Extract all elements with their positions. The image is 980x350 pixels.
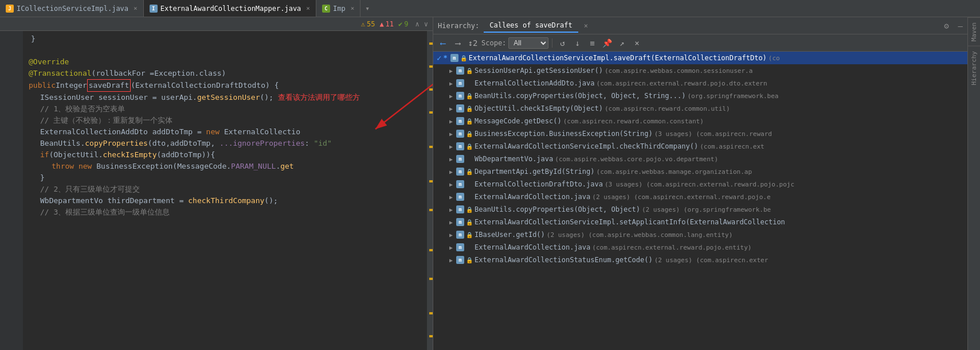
callers-btn[interactable]: ⟵ — [437, 37, 449, 49]
tree-item-package: (com.aspire.webbas.common.sessionuser.a — [605, 67, 752, 75]
scope-selector: Scope: All Project Module — [481, 37, 548, 49]
method-icon: m — [456, 155, 464, 163]
marker — [429, 335, 433, 337]
sort-btn[interactable]: ↕2 — [467, 37, 479, 49]
tab-close-hierarchy[interactable]: × — [584, 22, 588, 30]
tree-item[interactable]: ▶ m 🔒 BeanUtils.copyProperties(Object, O… — [433, 90, 967, 102]
code-line: } — [29, 172, 427, 184]
interface-icon: I — [150, 5, 158, 13]
tree-item[interactable]: ▶ m 🔒 WbDepartmentVo.java (com.aspire.we… — [433, 153, 967, 165]
tree-item[interactable]: ▶ m 🔒 ExternalAwardCollectionStatusEnum.… — [433, 254, 967, 266]
nav-up[interactable]: ∧ — [415, 20, 420, 28]
close-icon[interactable]: × — [134, 5, 138, 12]
expand-icon[interactable]: ▶ — [448, 143, 454, 150]
expand-btn[interactable]: ↓ — [571, 37, 583, 49]
marker — [429, 111, 433, 114]
export-btn[interactable]: ↗ — [616, 37, 628, 49]
tree-item-label: ExternalAwardCollectionServiceImpl.saveD… — [469, 54, 767, 62]
tree-item-label: ExternalAwardCollectionServiceImpl.check… — [475, 142, 698, 150]
tree-item[interactable]: ▶ m 🔒 DepartmentApi.getById(String) (com… — [433, 165, 967, 178]
marker — [429, 88, 433, 91]
expand-icon[interactable]: ▶ — [448, 181, 454, 188]
tree-item[interactable]: ▶ m 🔒 BeanUtils.copyProperties(Object, O… — [433, 203, 967, 216]
tree-item[interactable]: ▶ m 🔒 MessageCode.getDesc() (com.aspirec… — [433, 115, 967, 127]
marker — [429, 209, 433, 211]
marker — [429, 42, 433, 45]
expand-icon[interactable]: ▶ — [448, 256, 454, 263]
tree-item[interactable]: ▶ m 🔒 ObjectUtil.checkIsEmpty(Object) (c… — [433, 102, 967, 115]
pin-btn[interactable]: 📌 — [601, 37, 613, 49]
lock-icon: 🔒 — [466, 93, 473, 99]
tree-item[interactable]: ▶ m 🔒 IBaseUser.getId() (2 usages) (com.… — [433, 228, 967, 241]
hierarchy-toolbar: ⟵ ⟶ ↕2 Scope: All Project Module ↺ ↓ ≡ 📌… — [433, 34, 967, 52]
tab-icollection[interactable]: J ICollectionServiceImpl.java × — [0, 0, 144, 17]
expand-icon[interactable]: ▶ — [448, 219, 454, 225]
minimize-icon[interactable]: — — [958, 21, 963, 30]
marker — [429, 278, 433, 280]
tree-item[interactable]: ▶ m 🔒 ExternalAwardCollectionServiceImpl… — [433, 140, 967, 153]
tab-externalaward[interactable]: I ExternalAwardCollectionMapper.java × — [144, 0, 316, 17]
hierarchy-tree[interactable]: ✓ * m 🔒 ExternalAwardCollectionServiceIm… — [433, 52, 967, 350]
hierarchy-tab[interactable]: Hierarchy — [968, 46, 980, 90]
tree-item-package: (2 usages) (org.springframework.be — [642, 206, 771, 213]
expand-icon[interactable]: ▶ — [448, 105, 454, 112]
code-lines: } @Override @Transactional(rollbackFor =… — [23, 31, 427, 350]
tab-imp[interactable]: C Imp × — [316, 0, 360, 17]
code-editor: ⚠ 55 ▲ 11 ✔ 9 ∧ ∨ — [0, 17, 433, 350]
tree-item[interactable]: ▶ m 🔒 BusinessException.BusinessExceptio… — [433, 127, 967, 140]
expand-icon[interactable]: ▶ — [448, 155, 454, 162]
tree-item-root[interactable]: ✓ * m 🔒 ExternalAwardCollectionServiceIm… — [433, 52, 967, 64]
expand-icon[interactable]: ▶ — [448, 67, 454, 74]
java-icon: J — [6, 5, 14, 13]
tree-item-package: (3 usages) (com.aspirecn.reward — [654, 130, 772, 138]
tree-item[interactable]: ▶ m 🔒 ExternalAwardCollection.java (com.… — [433, 241, 967, 254]
expand-icon[interactable]: ▶ — [448, 92, 454, 99]
lock-icon: 🔒 — [466, 232, 473, 238]
maven-tab[interactable]: Maven — [968, 17, 980, 46]
callees-tab[interactable]: Callees of saveDraft — [484, 19, 578, 33]
tab-bar: J ICollectionServiceImpl.java × I Extern… — [0, 0, 980, 17]
code-line: WbDepartmentVo thirdDepartment = checkTh… — [29, 195, 427, 207]
scope-dropdown[interactable]: All Project Module — [508, 37, 548, 49]
collapse-btn[interactable]: ≡ — [586, 37, 598, 49]
tree-item-label: SessionUserApi.getSessionUser() — [475, 67, 603, 75]
method-icon: m — [456, 130, 464, 138]
expand-icon[interactable]: ▶ — [448, 193, 454, 200]
method-icon: m — [456, 218, 464, 226]
lock-icon: 🔒 — [466, 68, 473, 74]
method-icon: m — [456, 79, 464, 87]
tree-item-label: MessageCode.getDesc() — [475, 117, 562, 125]
tree-item-label: IBaseUser.getId() — [475, 231, 545, 239]
expand-icon[interactable]: ▶ — [448, 168, 454, 175]
hierarchy-panel: Hierarchy: Callees of saveDraft × ⚙ — ⟵ … — [433, 17, 967, 350]
callees-btn[interactable]: ⟶ — [452, 37, 464, 49]
code-line: // 主键（不校验）：重新复制一个实体 — [29, 115, 427, 126]
tab-dropdown[interactable]: ▾ — [360, 4, 374, 13]
expand-icon[interactable]: ▶ — [448, 206, 454, 213]
method-icon: m — [456, 205, 464, 213]
expand-icon[interactable]: ▶ — [448, 130, 454, 137]
code-line: BeanUtils.copyProperties(dto,addDtoTmp, … — [29, 138, 427, 149]
tree-item[interactable]: ▶ m 🔒 ExternalAwardCollectionServiceImpl… — [433, 216, 967, 228]
expand-icon[interactable]: ▶ — [448, 118, 454, 125]
close-btn[interactable]: × — [630, 37, 643, 49]
code-line: public Integer saveDraft(ExternalCollect… — [29, 79, 427, 92]
tree-item[interactable]: ▶ m 🔒 ExternalCollectionDraftDto.java (3… — [433, 178, 967, 190]
tree-item[interactable]: ▶ m 🔒 SessionUserApi.getSessionUser() (c… — [433, 64, 967, 77]
settings-icon[interactable]: ⚙ — [944, 21, 948, 30]
code-line — [29, 45, 427, 56]
refresh-btn[interactable]: ↺ — [556, 37, 569, 49]
expand-icon[interactable]: ▶ — [448, 244, 454, 251]
close-icon[interactable]: × — [306, 5, 310, 12]
nav-down[interactable]: ∨ — [424, 20, 428, 28]
tree-item-package: (org.springframework.bea — [687, 92, 778, 100]
tree-item[interactable]: ▶ m 🔒 ExternalCollectionAddDto.java (com… — [433, 77, 967, 90]
expand-icon[interactable]: ▶ — [448, 80, 454, 87]
scroll-markers — [427, 31, 433, 350]
expand-icon[interactable]: ▶ — [448, 231, 454, 238]
close-icon[interactable]: × — [351, 5, 355, 12]
ok-count: ✔ 9 — [398, 20, 408, 28]
tree-item-label: ExternalAwardCollection.java — [475, 243, 590, 251]
lock-icon: 🔒 — [466, 207, 473, 213]
tree-item[interactable]: ▶ m 🔒 ExternalAwardCollection.java (2 us… — [433, 190, 967, 203]
